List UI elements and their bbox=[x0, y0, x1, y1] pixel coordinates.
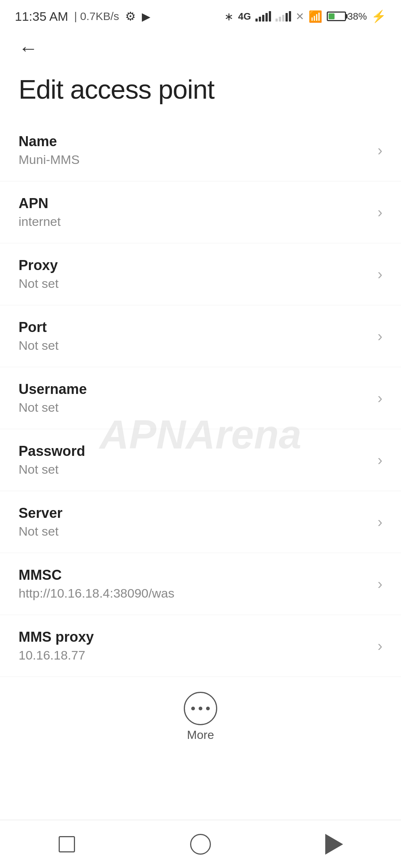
settings-item-label: APN bbox=[19, 195, 61, 211]
settings-item-value: Not set bbox=[19, 524, 62, 539]
settings-item-mmsc[interactable]: MMSC http://10.16.18.4:38090/was › bbox=[0, 553, 401, 615]
settings-item-content: MMS proxy 10.16.18.77 bbox=[19, 629, 94, 662]
more-dot-2 bbox=[199, 707, 202, 710]
settings-item-content: APN internet bbox=[19, 195, 61, 229]
settings-item-label: Username bbox=[19, 381, 87, 397]
settings-item-password[interactable]: Password Not set › bbox=[0, 429, 401, 491]
chevron-right-icon: › bbox=[378, 638, 382, 654]
settings-item-proxy[interactable]: Proxy Not set › bbox=[0, 243, 401, 305]
back-arrow-icon: ← bbox=[19, 37, 38, 59]
back-nav-button[interactable] bbox=[312, 829, 356, 859]
settings-item-value: Muni-MMS bbox=[19, 152, 79, 167]
settings-item-label: Proxy bbox=[19, 257, 59, 273]
more-label: More bbox=[187, 728, 214, 742]
settings-item-port[interactable]: Port Not set › bbox=[0, 305, 401, 367]
settings-item-content: MMSC http://10.16.18.4:38090/was bbox=[19, 567, 175, 601]
settings-item-value: http://10.16.18.4:38090/was bbox=[19, 586, 175, 601]
settings-icon: ⚙ bbox=[125, 9, 136, 23]
chevron-right-icon: › bbox=[378, 204, 382, 221]
more-dot-1 bbox=[191, 707, 195, 710]
settings-item-mms-proxy[interactable]: MMS proxy 10.16.18.77 › bbox=[0, 615, 401, 677]
status-left: 11:35 AM | 0.7KB/s ⚙ ▶ bbox=[15, 9, 150, 24]
settings-item-content: Name Muni-MMS bbox=[19, 134, 79, 167]
chevron-right-icon: › bbox=[378, 452, 382, 468]
speed-display: | 0.7KB/s bbox=[74, 10, 119, 23]
settings-item-content: Proxy Not set bbox=[19, 257, 59, 291]
settings-item-label: Password bbox=[19, 443, 85, 459]
settings-item-value: Not set bbox=[19, 462, 85, 477]
bluetooth-icon: ∗ bbox=[224, 10, 234, 23]
settings-item-content: Username Not set bbox=[19, 381, 87, 415]
signal-bars-1 bbox=[255, 11, 271, 22]
back-nav-icon bbox=[325, 834, 343, 855]
settings-item-content: Port Not set bbox=[19, 319, 59, 353]
video-icon: ▶ bbox=[142, 10, 150, 23]
network-4g-icon: 4G bbox=[238, 11, 251, 22]
back-button[interactable]: ← bbox=[15, 35, 42, 62]
chevron-right-icon: › bbox=[378, 390, 382, 407]
page-title: Edit access point bbox=[0, 67, 401, 119]
home-icon bbox=[190, 834, 211, 855]
settings-item-label: Server bbox=[19, 505, 62, 521]
settings-item-content: Password Not set bbox=[19, 443, 85, 477]
settings-item-value: 10.16.18.77 bbox=[19, 648, 94, 662]
signal-bars-2 bbox=[276, 11, 291, 22]
recents-button[interactable] bbox=[45, 829, 89, 859]
settings-item-value: Not set bbox=[19, 276, 59, 291]
more-dot-3 bbox=[206, 707, 210, 710]
no-signal-icon: ✕ bbox=[296, 10, 304, 23]
more-area[interactable]: More bbox=[0, 677, 401, 753]
settings-item-username[interactable]: Username Not set › bbox=[0, 367, 401, 429]
settings-item-label: Port bbox=[19, 319, 59, 335]
chevron-right-icon: › bbox=[378, 328, 382, 345]
settings-item-name[interactable]: Name Muni-MMS › bbox=[0, 119, 401, 181]
settings-item-content: Server Not set bbox=[19, 505, 62, 539]
recents-icon bbox=[59, 836, 75, 852]
status-right: ∗ 4G ✕ 📶 38% ⚡ bbox=[224, 9, 386, 23]
wifi-icon: 📶 bbox=[309, 10, 322, 23]
bottom-navigation bbox=[0, 820, 401, 868]
settings-item-apn[interactable]: APN internet › bbox=[0, 181, 401, 243]
charging-icon: ⚡ bbox=[371, 9, 386, 23]
more-circle-button[interactable] bbox=[184, 692, 217, 725]
settings-item-label: MMS proxy bbox=[19, 629, 94, 645]
battery-percentage: 38% bbox=[348, 11, 367, 22]
chevron-right-icon: › bbox=[378, 266, 382, 283]
top-navigation: ← bbox=[0, 30, 401, 67]
battery-indicator: 38% bbox=[327, 11, 367, 22]
settings-item-value: Not set bbox=[19, 400, 87, 415]
time-display: 11:35 AM bbox=[15, 9, 68, 24]
home-button[interactable] bbox=[178, 829, 223, 859]
settings-item-value: Not set bbox=[19, 338, 59, 353]
settings-item-value: internet bbox=[19, 214, 61, 229]
status-bar: 11:35 AM | 0.7KB/s ⚙ ▶ ∗ 4G ✕ 📶 38% bbox=[0, 0, 401, 30]
chevron-right-icon: › bbox=[378, 514, 382, 530]
chevron-right-icon: › bbox=[378, 576, 382, 592]
settings-item-label: MMSC bbox=[19, 567, 175, 583]
chevron-right-icon: › bbox=[378, 142, 382, 159]
settings-list: Name Muni-MMS › APN internet › Proxy Not… bbox=[0, 119, 401, 677]
more-dots bbox=[191, 707, 210, 710]
settings-item-server[interactable]: Server Not set › bbox=[0, 491, 401, 553]
settings-item-label: Name bbox=[19, 134, 79, 149]
